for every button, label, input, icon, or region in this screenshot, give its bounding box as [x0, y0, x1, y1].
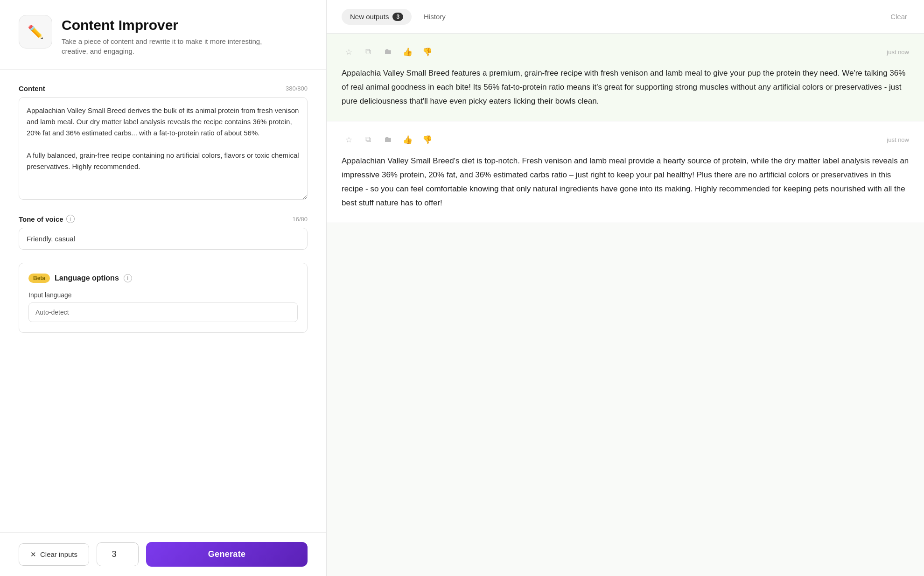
- bottom-bar: ✕ Clear inputs Generate: [0, 532, 326, 576]
- output-timestamp-1: just now: [887, 49, 909, 56]
- lang-header: Beta Language options i: [28, 274, 298, 283]
- right-tabs: New outputs 3 History Clear: [327, 0, 924, 34]
- tab-badge: 3: [392, 13, 403, 21]
- output-card: ☆ ⧉ 🖿 👍 👎 just now Appalachia Valley Sma…: [327, 34, 924, 121]
- tone-label-wrapper: Tone of voice i: [19, 215, 75, 223]
- save-icon[interactable]: 🖿: [381, 133, 395, 147]
- language-options-label: Language options: [55, 274, 119, 282]
- content-label-row: Content 380/800: [19, 84, 308, 92]
- count-input[interactable]: [97, 542, 139, 566]
- app-icon: ✏️: [28, 24, 44, 40]
- copy-icon[interactable]: ⧉: [361, 45, 375, 59]
- app-header: ✏️ Content Improver Take a piece of cont…: [0, 0, 326, 70]
- output-card-header: ☆ ⧉ 🖿 👍 👎 just now: [342, 45, 909, 59]
- beta-badge: Beta: [28, 274, 50, 283]
- tab-history[interactable]: History: [415, 9, 454, 24]
- content-label: Content: [19, 84, 45, 92]
- output-text-2: Appalachian Valley Small Breed's diet is…: [342, 154, 909, 210]
- generate-button[interactable]: Generate: [146, 542, 308, 567]
- app-icon-wrapper: ✏️: [19, 15, 52, 49]
- copy-icon[interactable]: ⧉: [361, 133, 375, 147]
- outputs-area: ☆ ⧉ 🖿 👍 👎 just now Appalachia Valley Sma…: [327, 34, 924, 576]
- language-options-block: Beta Language options i Input language A…: [19, 263, 308, 333]
- content-textarea[interactable]: [19, 97, 308, 200]
- tone-label: Tone of voice: [19, 215, 63, 223]
- tone-counter: 16/80: [292, 216, 308, 223]
- tone-field-block: Tone of voice i 16/80: [19, 215, 308, 250]
- thumbs-up-icon[interactable]: 👍: [400, 45, 414, 59]
- input-language-select[interactable]: Auto-detect English Spanish French: [28, 302, 298, 322]
- clear-outputs-button[interactable]: Clear: [889, 9, 909, 24]
- tab-new-outputs-label: New outputs: [350, 13, 389, 21]
- tone-label-row: Tone of voice i 16/80: [19, 215, 308, 223]
- clear-inputs-label: Clear inputs: [40, 550, 77, 558]
- app-title: Content Improver: [62, 17, 286, 34]
- tone-input[interactable]: [19, 228, 308, 250]
- save-icon[interactable]: 🖿: [381, 45, 395, 59]
- thumbs-up-icon[interactable]: 👍: [400, 133, 414, 147]
- star-icon[interactable]: ☆: [342, 45, 356, 59]
- app-title-block: Content Improver Take a piece of content…: [62, 15, 286, 56]
- left-panel: ✏️ Content Improver Take a piece of cont…: [0, 0, 327, 576]
- tone-info-icon[interactable]: i: [66, 215, 75, 223]
- output-timestamp-2: just now: [887, 136, 909, 143]
- output-card: ☆ ⧉ 🖿 👍 👎 just now Appalachian Valley Sm…: [327, 121, 924, 223]
- form-area: Content 380/800 Tone of voice i 16/80 Be…: [0, 70, 326, 532]
- clear-inputs-button[interactable]: ✕ Clear inputs: [19, 543, 89, 566]
- thumbs-down-icon[interactable]: 👎: [420, 45, 434, 59]
- content-field-block: Content 380/800: [19, 84, 308, 202]
- output-card-header: ☆ ⧉ 🖿 👍 👎 just now: [342, 133, 909, 147]
- content-counter: 380/800: [286, 85, 308, 92]
- right-panel: New outputs 3 History Clear ☆ ⧉ 🖿 👍 👎 ju…: [327, 0, 924, 576]
- clear-x-icon: ✕: [30, 550, 36, 559]
- thumbs-down-icon[interactable]: 👎: [420, 133, 434, 147]
- star-icon[interactable]: ☆: [342, 133, 356, 147]
- output-text-1: Appalachia Valley Small Breed features a…: [342, 66, 909, 108]
- lang-info-icon[interactable]: i: [124, 274, 132, 282]
- tab-new-outputs[interactable]: New outputs 3: [342, 9, 412, 25]
- input-language-label: Input language: [28, 291, 298, 299]
- app-subtitle: Take a piece of content and rewrite it t…: [62, 36, 286, 56]
